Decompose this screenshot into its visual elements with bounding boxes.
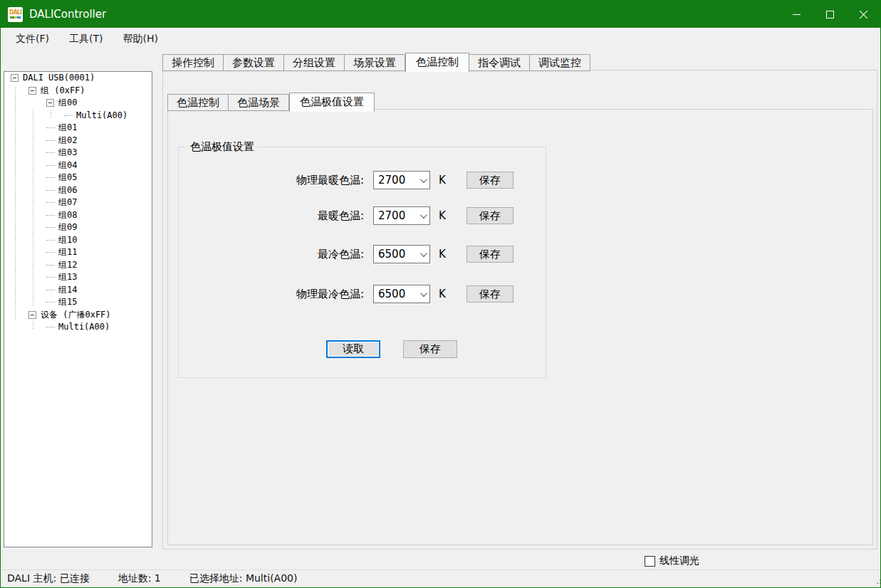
tree-connector-icon (46, 252, 55, 253)
tab-operation-control[interactable]: 操作控制 (162, 54, 224, 71)
warmest-ct-save-button[interactable]: 保存 (466, 207, 514, 224)
chevron-down-icon (420, 250, 427, 257)
tree-item[interactable]: 组11 (4, 246, 152, 259)
tree-item-label: 组09 (58, 221, 77, 234)
tree-connector-icon (64, 115, 73, 116)
tab-debug-monitor[interactable]: 调试监控 (530, 54, 590, 71)
tree-item[interactable]: 组10 (4, 234, 152, 247)
tree-item-label: 组00 (58, 97, 77, 110)
subtab-ct-limits[interactable]: 色温极值设置 (289, 93, 375, 112)
physical-coolest-ct-save-button[interactable]: 保存 (466, 285, 514, 303)
tree-item-label: 组05 (58, 172, 77, 184)
tree-item[interactable]: Multi(A00) (4, 110, 152, 122)
subtab-ct-scene[interactable]: 色温场景 (229, 94, 289, 111)
tree-item[interactable]: 组00 (4, 97, 152, 110)
app-icon-text: DALI (9, 10, 21, 16)
tree-item[interactable]: 组01 (4, 122, 152, 135)
physical-warmest-ct-label: 物理最暖色温: (179, 174, 364, 187)
tree-connector-icon (46, 127, 55, 128)
tree-item[interactable]: 组 (0xFF) (4, 85, 152, 98)
warmest-ct-row: 最暖色温:2700K保存 (179, 206, 546, 225)
read-button[interactable]: 读取 (326, 340, 380, 358)
tree-item[interactable]: 组09 (4, 221, 152, 234)
tree-item-label: 组06 (58, 184, 77, 197)
status-host-connection: DALI 主机: 已连接 (7, 572, 90, 585)
tree-item-label: DALI USB(0001) (23, 72, 95, 85)
tree-item[interactable]: 组14 (4, 284, 152, 297)
menu-help[interactable]: 帮助(H) (116, 30, 164, 48)
tree-item-label: 组12 (58, 259, 77, 272)
tree-item-label: Multi(A00) (58, 321, 110, 334)
resize-grip-icon[interactable] (875, 582, 877, 584)
physical-warmest-ct-save-button[interactable]: 保存 (466, 172, 514, 189)
status-bar: DALI 主机: 已连接 地址数: 1 已选择地址: Multi(A00) (1, 569, 880, 587)
tree-item[interactable]: Multi(A00) (4, 321, 152, 334)
tree-item[interactable]: 组15 (4, 296, 152, 309)
subtab-ct-control[interactable]: 色温控制 (167, 94, 229, 111)
tab-color-temp-control[interactable]: 色温控制 (405, 53, 469, 72)
collapse-minus-icon[interactable] (11, 74, 19, 82)
groupbox-title: 色温极值设置 (187, 140, 258, 154)
tree-item[interactable]: 组12 (4, 259, 152, 272)
tree-item-label: 组 (0xFF) (41, 85, 85, 98)
sub-tab-page: 色温极值设置 物理最暖色温:2700K保存最暖色温:2700K保存最冷色温:65… (167, 109, 873, 545)
tab-grouping-settings[interactable]: 分组设置 (284, 54, 345, 71)
close-icon (859, 10, 868, 19)
tree-item[interactable]: 组04 (4, 159, 152, 172)
collapse-minus-icon[interactable] (46, 99, 54, 107)
tree-item-label: 组13 (58, 271, 77, 284)
tree-item[interactable]: 设备 (广播0xFF) (4, 309, 152, 322)
collapse-minus-icon[interactable] (28, 311, 36, 319)
tree-item[interactable]: 组08 (4, 209, 152, 222)
warmest-ct-unit-label: K (439, 209, 449, 222)
collapse-minus-icon[interactable] (28, 87, 36, 95)
device-tree: DALI USB(0001)组 (0xFF)组00Multi(A00)组01组0… (4, 71, 152, 547)
physical-warmest-ct-combobox[interactable]: 2700 (373, 171, 430, 189)
coolest-ct-save-button[interactable]: 保存 (466, 246, 514, 263)
tree-item-label: 设备 (广播0xFF) (41, 309, 111, 322)
tree-connector-icon (46, 190, 55, 191)
tab-scene-settings[interactable]: 场景设置 (345, 54, 405, 71)
save-all-button[interactable]: 保存 (403, 340, 457, 358)
linear-dimming-checkbox[interactable] (645, 556, 655, 567)
close-button[interactable] (847, 1, 880, 28)
physical-coolest-ct-value: 6500 (378, 288, 420, 300)
menu-file[interactable]: 文件(F) (9, 30, 56, 48)
app-icon-colorbar (10, 16, 21, 19)
tree-item-label: 组01 (58, 122, 77, 135)
maximize-button[interactable] (813, 1, 847, 28)
tree-item[interactable]: 组13 (4, 271, 152, 284)
tree-item[interactable]: DALI USB(0001) (4, 72, 152, 85)
physical-coolest-ct-row: 物理最冷色温:6500K保存 (179, 285, 546, 303)
warmest-ct-value: 2700 (378, 209, 420, 222)
tree-item[interactable]: 组06 (4, 184, 152, 197)
tree-item[interactable]: 组07 (4, 196, 152, 209)
status-address-count: 地址数: 1 (118, 572, 161, 585)
coolest-ct-label: 最冷色温: (179, 248, 364, 261)
tree-connector-icon (46, 202, 55, 203)
tree-item-label: 组14 (58, 284, 77, 297)
app-icon: DALI (8, 7, 23, 22)
coolest-ct-combobox[interactable]: 6500 (373, 245, 430, 263)
tree-connector-icon (46, 327, 55, 327)
tab-command-debug[interactable]: 指令调试 (469, 54, 530, 71)
tree-connector-icon (46, 277, 55, 278)
tree-item-label: 组07 (58, 196, 77, 209)
tab-parameter-settings[interactable]: 参数设置 (224, 54, 284, 71)
status-selected-address: 已选择地址: Multi(A00) (189, 572, 298, 585)
menu-tools[interactable]: 工具(T) (63, 30, 109, 48)
coolest-ct-unit-label: K (439, 248, 449, 261)
minimize-button[interactable] (780, 1, 813, 28)
physical-coolest-ct-unit-label: K (439, 288, 449, 300)
physical-warmest-ct-value: 2700 (378, 174, 420, 187)
minimize-icon (793, 14, 801, 15)
physical-coolest-ct-combobox[interactable]: 6500 (373, 285, 430, 303)
tree-item[interactable]: 组02 (4, 135, 152, 147)
tree-item-label: 组03 (58, 147, 77, 159)
window-title: DALIController (29, 8, 106, 21)
tree-item-label: 组02 (58, 135, 77, 147)
tree-item[interactable]: 组05 (4, 172, 152, 184)
tree-item[interactable]: 组03 (4, 147, 152, 159)
warmest-ct-combobox[interactable]: 2700 (373, 206, 430, 225)
tree-connector-icon (46, 240, 55, 241)
